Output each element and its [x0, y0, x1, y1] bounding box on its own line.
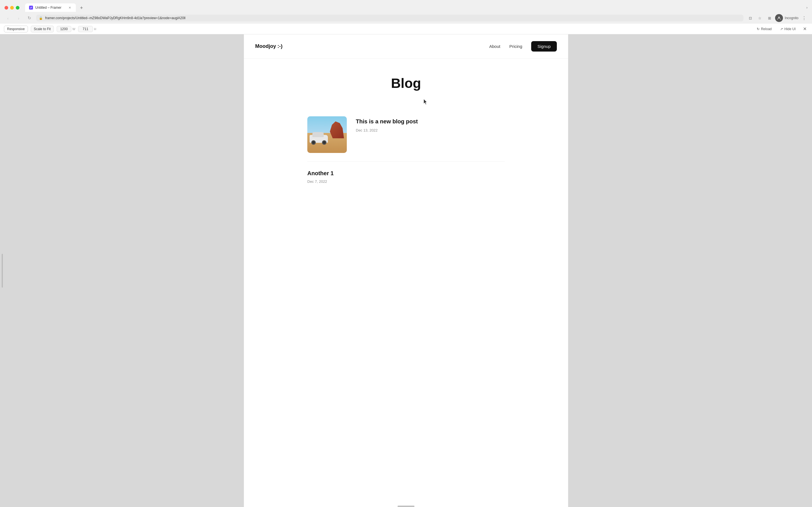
hide-ui-label: Hide UI — [784, 27, 796, 31]
preview-close-button[interactable]: ✕ — [801, 25, 808, 33]
blog-post-title-1: This is a new blog post — [356, 117, 505, 125]
blog-post-title-2: Another 1 — [307, 170, 334, 177]
minimize-button[interactable] — [10, 6, 14, 10]
height-dimension: H — [78, 26, 96, 32]
tab-favicon — [29, 6, 33, 10]
reload-label: Reload — [761, 27, 772, 31]
lock-icon: 🔒 — [39, 16, 43, 20]
new-tab-button[interactable]: + — [78, 4, 86, 12]
scroll-right-bar — [808, 34, 812, 507]
svg-point-1 — [778, 17, 780, 18]
bottom-scroll-indicator — [398, 506, 414, 507]
window-controls — [4, 6, 19, 10]
scroll-left-bar — [0, 34, 4, 507]
tab-bar: Untitled – Framer ✕ + — [25, 3, 806, 12]
sidebar-toggle-button[interactable]: ⊞ — [765, 14, 773, 22]
blog-post-item-1[interactable]: This is a new blog post Dec 13, 2022 — [307, 108, 505, 162]
cast-icon[interactable]: ⊡ — [746, 14, 754, 22]
site-nav: Moodjoy :-) About Pricing Signup — [244, 34, 568, 59]
incognito-label: Incognito — [784, 16, 799, 20]
preview-frame: Moodjoy :-) About Pricing Signup Blog — [244, 34, 568, 507]
width-unit-label: W — [72, 27, 75, 31]
car-scene — [307, 116, 347, 153]
site-main: Blog This is a new blog post — [244, 59, 568, 203]
preview-wrapper: Moodjoy :-) About Pricing Signup Blog — [0, 34, 812, 507]
address-bar-row: ‹ › ↻ 🔒 framer.com/projects/Untitled--mZ… — [0, 12, 812, 24]
site-nav-links: About Pricing Signup — [489, 41, 557, 52]
tab-close-button[interactable]: ✕ — [67, 5, 72, 10]
chevron-right-icon: › — [806, 6, 808, 10]
width-dimension: W — [57, 26, 75, 32]
pricing-link[interactable]: Pricing — [509, 44, 522, 49]
scroll-indicator-left — [2, 254, 3, 288]
blog-post-date-1: Dec 13, 2022 — [356, 128, 505, 132]
maximize-button[interactable] — [16, 6, 19, 10]
blog-title: Blog — [255, 75, 557, 91]
toolbar-right: ↻ Reload ↗ Hide UI ✕ — [754, 25, 808, 33]
width-input[interactable] — [57, 26, 71, 32]
profile-button[interactable] — [775, 14, 783, 22]
browser-actions: ⊡ ☆ ⊞ Incognito ⋮ — [746, 14, 808, 22]
back-button[interactable]: ‹ — [4, 14, 12, 22]
reload-page-button[interactable]: ↻ — [26, 14, 33, 22]
framer-toolbar: Responsive Scale to Fit W H ↻ Reload ↗ H… — [0, 24, 812, 34]
browser-tab[interactable]: Untitled – Framer ✕ — [25, 3, 76, 12]
height-unit-label: H — [94, 27, 96, 31]
forward-button[interactable]: › — [15, 14, 22, 22]
hide-ui-button[interactable]: ↗ Hide UI — [777, 26, 799, 32]
blog-post-content-1: This is a new blog post Dec 13, 2022 — [356, 116, 505, 132]
reload-button[interactable]: ↻ Reload — [754, 26, 774, 32]
title-bar: Untitled – Framer ✕ + › — [0, 0, 812, 12]
signup-button[interactable]: Signup — [531, 41, 557, 52]
reload-icon: ↻ — [757, 27, 760, 31]
about-link[interactable]: About — [489, 44, 500, 49]
browser-menu-button[interactable]: ⋮ — [800, 14, 808, 22]
tab-title: Untitled – Framer — [35, 6, 61, 10]
blog-post-date-2: Dec 7, 2022 — [307, 179, 327, 184]
scale-to-fit-button[interactable]: Scale to Fit — [31, 25, 54, 33]
site-logo: Moodjoy :-) — [255, 43, 283, 49]
blog-post-image-1 — [307, 116, 347, 153]
responsive-button[interactable]: Responsive — [4, 25, 28, 33]
close-button[interactable] — [4, 6, 8, 10]
bookmark-button[interactable]: ☆ — [756, 14, 764, 22]
blog-post-item-2[interactable]: Another 1 Dec 7, 2022 — [307, 162, 505, 192]
browser-chrome: Untitled – Framer ✕ + › ‹ › ↻ 🔒 framer.c… — [0, 0, 812, 34]
height-input[interactable] — [78, 26, 93, 32]
external-link-icon: ↗ — [780, 27, 783, 31]
address-bar[interactable]: 🔒 framer.com/projects/Untitled--mZ98oDWa… — [36, 15, 744, 21]
car-top — [312, 132, 324, 137]
url-text: framer.com/projects/Untitled--mZ98oDWaPJ… — [45, 16, 741, 20]
